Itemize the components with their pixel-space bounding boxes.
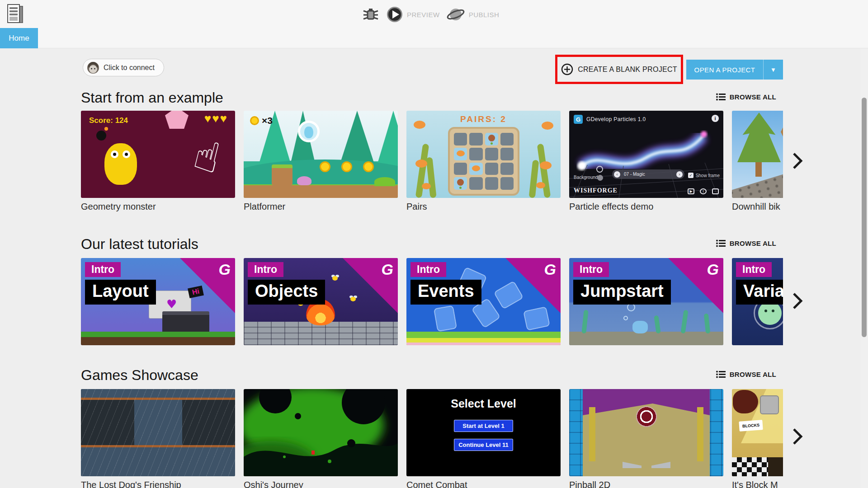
project-manager-button[interactable] — [5, 4, 26, 25]
tumbling-sprite — [523, 306, 550, 331]
examples-carousel: Score: 124 ♥♥♥ ☝ Geometry monster — [81, 111, 783, 212]
showcase-caption: Comet Combat — [406, 480, 561, 488]
example-card-platformer[interactable]: ×3 Platformer — [244, 111, 398, 212]
comet-combat-thumbnail[interactable]: Select Level Start at Level 1 Continue L… — [406, 389, 561, 476]
seaweed — [680, 310, 688, 334]
platformer-thumbnail[interactable]: ×3 — [244, 111, 398, 198]
tab-home[interactable]: Home — [0, 28, 38, 48]
its-block-thumbnail[interactable]: BLOCKS — [732, 389, 783, 476]
showcase-card-lost-dog[interactable]: The Lost Dog's Frienship — [81, 389, 235, 488]
social-icons: ▶ t ·· — [688, 188, 719, 194]
section-title-examples: Start from an example — [81, 89, 223, 106]
lives-hearts: ♥♥♥ — [204, 112, 228, 126]
create-blank-project-button[interactable]: CREATE A BLANK PROJECT — [561, 63, 677, 75]
wishforge-logo: WISHFORGE — [574, 187, 618, 194]
chevron-right-icon — [792, 292, 803, 310]
bush-shape — [374, 177, 395, 186]
section-title-showcase: Games Showcase — [81, 367, 198, 384]
pairs-thumbnail[interactable]: PAIRS: 2 — [406, 111, 561, 198]
card-cell — [469, 148, 482, 160]
example-card-particles[interactable]: G GDevelop Particles 1.0 i Background ‹ … — [569, 111, 723, 212]
lost-dog-thumbnail[interactable] — [81, 389, 235, 476]
open-project-dropdown[interactable]: ▼ — [763, 60, 783, 80]
fish-character — [632, 321, 648, 333]
tumbling-sprite — [434, 305, 457, 332]
showcase-card-pinball[interactable]: Pinball 2D — [569, 389, 723, 488]
tutorial-card-variables[interactable]: G Intro Variab +1 — [732, 258, 783, 345]
pinball-thumbnail[interactable] — [569, 389, 723, 476]
browse-all-label: BROWSE ALL — [730, 93, 776, 101]
example-card-geometry-monster[interactable]: Score: 124 ♥♥♥ ☝ Geometry monster — [81, 111, 235, 212]
character-head — [733, 390, 758, 413]
card-cell — [454, 163, 467, 175]
slime-enemy — [297, 176, 311, 185]
example-card-pairs[interactable]: PAIRS: 2 — [406, 111, 561, 212]
showcase-card-oshi[interactable]: Oshi's Journey — [244, 389, 398, 488]
showcase-card-comet[interactable]: Select Level Start at Level 1 Continue L… — [406, 389, 561, 488]
open-project-button[interactable]: OPEN A PROJECT ▼ — [686, 60, 783, 80]
jumpstart-tutorial-thumbnail[interactable]: G Intro Jumpstart — [569, 258, 723, 345]
avatar-icon — [87, 61, 99, 74]
debug-button[interactable] — [362, 5, 380, 23]
card-cell-fish — [454, 148, 467, 160]
click-to-connect-button[interactable]: Click to connect — [83, 59, 164, 76]
layout-tutorial-thumbnail[interactable]: G Intro Layout ♥ Hi — [81, 258, 235, 345]
browse-all-label: BROWSE ALL — [730, 239, 776, 247]
browse-all-examples[interactable]: BROWSE ALL — [716, 93, 776, 101]
showcase-next-arrow[interactable] — [787, 425, 808, 448]
seaweed — [529, 160, 539, 198]
swipe-hand-icon: ☝ — [189, 130, 225, 183]
card-cell — [500, 148, 514, 160]
showcase-caption: Pinball 2D — [569, 480, 723, 488]
objects-tutorial-thumbnail[interactable]: G Intro Objects — [244, 258, 398, 345]
examples-next-arrow[interactable] — [787, 149, 808, 173]
pine-tree — [737, 113, 781, 162]
tutorials-next-arrow[interactable] — [787, 289, 808, 313]
scrollbar-thumb[interactable] — [862, 98, 867, 337]
events-tutorial-thumbnail[interactable]: G Intro Events — [406, 258, 561, 345]
browse-all-showcase[interactable]: BROWSE ALL — [716, 371, 776, 378]
plus-circle-icon — [561, 63, 573, 75]
fish — [536, 182, 545, 188]
pairs-board — [448, 127, 519, 196]
tutorial-title: Jumpstart — [573, 280, 671, 305]
card-cell — [469, 133, 482, 145]
scrollbar-track[interactable] — [860, 48, 868, 488]
pentagon-shape — [165, 111, 189, 129]
pairs-title: PAIRS: 2 — [406, 114, 561, 124]
preview-button[interactable]: PREVIEW — [386, 6, 440, 23]
intro-badge: Intro — [85, 262, 121, 277]
coin-count: ×3 — [262, 115, 273, 126]
browse-all-tutorials[interactable]: BROWSE ALL — [716, 239, 776, 247]
tutorial-card-objects[interactable]: G Intro Objects — [244, 258, 398, 345]
particles-thumbnail[interactable]: G GDevelop Particles 1.0 i Background ‹ … — [569, 111, 723, 198]
start-level-button: Start at Level 1 — [454, 420, 513, 432]
variables-tutorial-thumbnail[interactable]: G Intro Variab +1 — [732, 258, 783, 345]
publish-button[interactable]: PUBLISH — [446, 5, 500, 23]
gdevelop-logo-icon: G — [544, 261, 556, 278]
tutorial-card-layout[interactable]: G Intro Layout ♥ Hi — [81, 258, 235, 345]
debug-bug-icon — [362, 5, 380, 23]
create-blank-label: CREATE A BLANK PROJECT — [578, 66, 677, 74]
ground-strip — [406, 343, 561, 345]
preview-label: PREVIEW — [407, 11, 440, 19]
tab-home-label: Home — [9, 34, 29, 43]
tutorial-title: Layout — [85, 280, 156, 305]
chevron-right-icon — [792, 428, 803, 445]
geometry-monster-thumbnail[interactable]: Score: 124 ♥♥♥ ☝ — [81, 111, 235, 198]
showcase-caption: Oshi's Journey — [244, 480, 398, 488]
coin — [341, 161, 352, 172]
showcase-caption: It's Block M — [732, 480, 783, 488]
bomb-spark — [104, 127, 108, 131]
seaweed — [581, 310, 588, 334]
tutorial-card-events[interactable]: G Intro Events — [406, 258, 561, 345]
effect-name: 07 - Magic — [620, 172, 676, 177]
showcase-card-blocks[interactable]: BLOCKS It's Block M — [732, 389, 783, 488]
discord-icon: ·· — [712, 188, 719, 194]
example-caption: Downhill bik — [732, 202, 783, 212]
tutorial-card-jumpstart[interactable]: G Intro Jumpstart — [569, 258, 723, 345]
oshi-journey-thumbnail[interactable] — [244, 389, 398, 476]
downhill-thumbnail[interactable]: G — [732, 111, 783, 198]
publish-planet-icon — [446, 5, 465, 23]
example-card-downhill[interactable]: G Downhill bik — [732, 111, 783, 212]
